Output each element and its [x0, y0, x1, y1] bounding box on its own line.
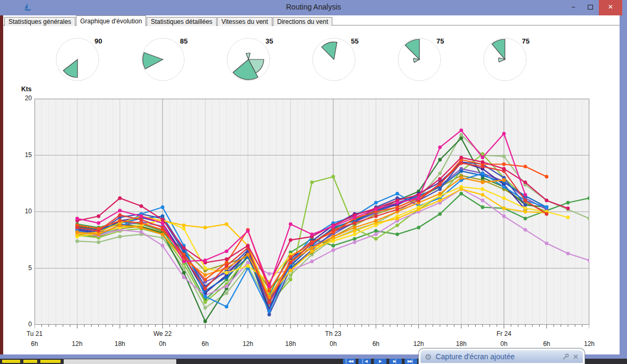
x-hour-label: 6h [24, 340, 45, 348]
x-hour-label: 18h [109, 340, 131, 348]
y-tick-label: 5 [14, 264, 32, 272]
tab-bar: Statistiques généralesGraphique d'évolut… [3, 15, 620, 25]
chart-plot-area [35, 99, 589, 329]
tab-statistiques-generales[interactable]: Statistiques générales [4, 17, 75, 26]
tab-vitesses-du-vent[interactable]: Vitesses du vent [217, 17, 272, 26]
minimize-button[interactable]: − [565, 0, 582, 15]
wind-rose-value: 75 [522, 37, 529, 45]
maximize-icon [588, 5, 593, 10]
x-day-label: Fr 24 [488, 330, 520, 337]
y-tick-label: 10 [14, 207, 32, 215]
x-day-label: Tu 21 [19, 330, 50, 337]
x-hour-label: 6h [365, 340, 386, 348]
media-button-5[interactable]: ▶▶▏ [405, 359, 417, 364]
y-tick-label: 20 [14, 94, 32, 102]
tab-statistiques-detaillees[interactable]: Statistiques détaillées [147, 17, 217, 26]
x-hour-label: 12h [237, 340, 259, 348]
x-day-label: We 22 [147, 330, 178, 337]
wrench-icon[interactable] [562, 353, 569, 360]
x-hour-label: 12h [66, 340, 88, 348]
titlebar: Routing Analysis − ✕ [0, 0, 627, 15]
tab-graphique-evolution[interactable]: Graphique d'évolution [76, 15, 146, 26]
taskbar-input-box[interactable] [64, 359, 176, 364]
maximize-button[interactable] [582, 0, 599, 15]
wind-rose-value: 75 [436, 37, 444, 45]
wind-rose-value: 55 [351, 37, 358, 45]
window-right-border [620, 15, 627, 359]
taskbar-yellow-text [23, 360, 37, 363]
close-button[interactable]: ✕ [599, 0, 622, 15]
background-window-edge [0, 12, 3, 364]
notification-text: Capture d'écran ajoutée [435, 352, 559, 361]
x-hour-label: 18h [451, 340, 472, 348]
notification-close-icon[interactable]: ✕ [573, 353, 579, 361]
media-button-4[interactable]: ▶▏ [389, 359, 402, 364]
y-tick-label: 0 [14, 320, 32, 328]
y-tick-label: 15 [14, 151, 32, 159]
x-day-label: Th 23 [317, 330, 349, 337]
taskbar-yellow-text [40, 360, 61, 363]
x-hour-label: 6h [195, 340, 216, 348]
x-hour-label: 12h [408, 340, 429, 348]
gear-icon: ⚙ [425, 353, 432, 361]
x-hour-label: 0h [323, 340, 344, 348]
wind-rose-value: 85 [180, 37, 187, 45]
x-hour-label: 0h [152, 340, 173, 348]
wind-rose-value: 35 [265, 37, 273, 45]
window-title: Routing Analysis [0, 3, 627, 11]
notification-header: ⚙ Capture d'écran ajoutée ✕ [420, 350, 583, 363]
media-button-1[interactable]: ▏◀◀ [343, 359, 356, 364]
x-hour-label: 0h [493, 340, 514, 348]
x-hour-label: 12h [579, 340, 600, 348]
routing-analysis-window: ▏◀◀▏◀▶▶▏▶▶▏ Routing Analysis − ✕ Statist… [0, 0, 627, 364]
y-axis-title: Kts [21, 85, 31, 93]
wind-rose-value: 90 [95, 37, 102, 45]
tab-directions-du-vent[interactable]: Directions du vent [273, 17, 332, 26]
x-hour-label: 18h [280, 340, 301, 348]
media-button-3[interactable]: ▶ [374, 359, 386, 364]
evolution-chart [35, 99, 589, 329]
notification-popup: ⚙ Capture d'écran ajoutée ✕ [418, 348, 585, 364]
taskbar-yellow-text [2, 360, 20, 363]
x-hour-label: 6h [536, 340, 557, 348]
media-button-2[interactable]: ▏◀ [358, 359, 371, 364]
